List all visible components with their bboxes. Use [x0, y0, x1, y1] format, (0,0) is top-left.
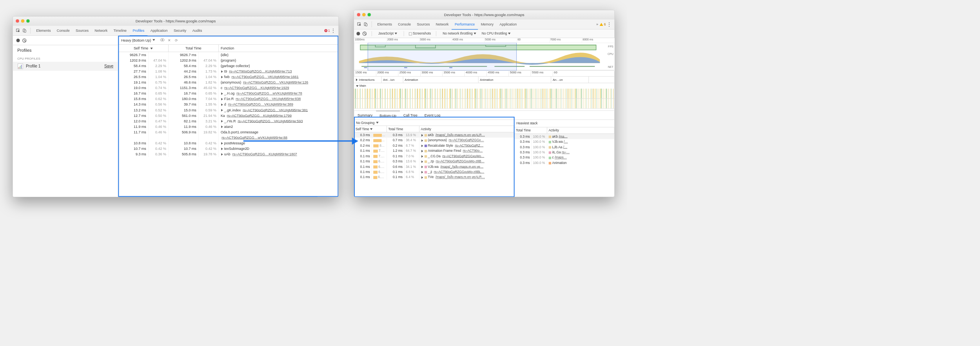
- expand-icon[interactable]: [221, 120, 223, 122]
- table-row[interactable]: 12.0 ms0.47 %82.1 ms3.21 %_.rYe.R rs=ACT…: [118, 118, 338, 124]
- source-link[interactable]: rs=ACT90oGqRZGG…VKUIgM95Hw:389: [228, 102, 293, 106]
- table-row[interactable]: 0.3 ms 13.9 %0.3 ms13.9 %aKb /maps/_/js/…: [354, 132, 514, 138]
- source-link[interactable]: rs=ACT90oGqRZGG…KUIgM95Hw:1799: [227, 113, 292, 117]
- error-badge[interactable]: ✕1: [324, 29, 330, 33]
- table-row[interactable]: 15.8 ms0.62 %180.0 ms7.04 %F1e.R rs=ACT9…: [118, 96, 338, 102]
- titlebar[interactable]: Developer Tools - https://www.google.com…: [13, 16, 339, 25]
- clear-icon[interactable]: [22, 38, 26, 42]
- source-link[interactable]: rs=ACT90oGqRZGG…VKUIgM95Hw:838: [236, 97, 301, 101]
- grouping-dropdown[interactable]: No Grouping: [354, 120, 514, 126]
- expand-icon[interactable]: [421, 134, 423, 136]
- expand-icon[interactable]: [421, 171, 423, 173]
- tab-profiles[interactable]: Profiles: [130, 26, 147, 36]
- screenshots-checkbox[interactable]: Screenshots: [409, 32, 431, 36]
- source-link[interactable]: /…: [564, 140, 568, 144]
- source-link[interactable]: /maps/_/js/k=maps.m.en.yeALR…: [436, 133, 485, 137]
- source-link[interactable]: rs=ACT90oGqRZGG…KUIgM95Hw:1929: [224, 86, 289, 90]
- table-row[interactable]: 14.3 ms0.56 %39.7 ms1.55 %d rs=ACT90oGqR…: [118, 102, 338, 107]
- source-link[interactable]: /maps/_/js/k=maps.m.en.yeALR…: [436, 175, 485, 179]
- expand-icon[interactable]: [221, 148, 223, 150]
- main-thread-flames[interactable]: [354, 99, 614, 109]
- detail-tab-summary[interactable]: Summary: [354, 111, 376, 120]
- more-tabs-icon[interactable]: »: [596, 22, 598, 26]
- tab-elements[interactable]: Elements: [374, 20, 395, 29]
- table-row[interactable]: 11.7 ms0.46 %506.9 ms19.82 %Oda.b.port1.…: [118, 129, 338, 135]
- track-animation[interactable]: An…on: [551, 76, 589, 83]
- track-main[interactable]: Main: [359, 84, 366, 87]
- expand-icon[interactable]: [221, 76, 223, 78]
- focus-icon[interactable]: [160, 38, 165, 42]
- track-interactions[interactable]: Interactions: [359, 78, 375, 82]
- table-row[interactable]: 26.5 ms1.04 %26.5 ms1.04 %fwb rs=ACT90oG…: [118, 74, 338, 80]
- source-link[interactable]: rs=ACT90o…: [463, 149, 483, 153]
- col-activity[interactable]: Activity: [419, 126, 514, 132]
- traffic-lights[interactable]: [16, 19, 29, 22]
- tab-network[interactable]: Network: [433, 20, 452, 29]
- kebab-icon[interactable]: ⋮: [606, 21, 613, 27]
- expand-icon[interactable]: [421, 144, 423, 147]
- timeline-overview[interactable]: 1000ms2000 ms3000 ms4000 ms5000 ms607000…: [354, 38, 614, 71]
- source-link[interactable]: /ma…: [559, 135, 568, 138]
- tab-network[interactable]: Network: [92, 26, 111, 35]
- table-row[interactable]: 0.2 ms 13.2 %0.7 ms38.4 %(anonymous) rs=…: [354, 138, 514, 143]
- expand-icon[interactable]: [221, 142, 223, 144]
- table-row[interactable]: 16.7 ms0.65 %16.7 ms0.65 %_.H.og rs=ACT9…: [118, 91, 338, 96]
- expand-icon[interactable]: [421, 176, 423, 178]
- tab-application[interactable]: Application: [147, 26, 171, 35]
- tab-memory[interactable]: Memory: [478, 20, 497, 29]
- source-link[interactable]: rs=ACT90oGqRZGGxuWo-z8B…: [436, 159, 485, 163]
- table-row[interactable]: rs=ACT90oGqRZGG…wVKUIgM95Hw:88: [118, 135, 338, 140]
- source-link[interactable]: /…: [563, 145, 568, 149]
- expand-icon[interactable]: [421, 139, 423, 142]
- source-link[interactable]: /maps/_/js/k=maps.m.en.ye…: [440, 165, 483, 169]
- source-link[interactable]: rs=ACT90oGqRZGG…KUIgM95Hw:713: [229, 69, 292, 73]
- traffic-lights[interactable]: [357, 13, 371, 16]
- tab-application[interactable]: Application: [497, 20, 520, 29]
- tab-console[interactable]: Console: [54, 26, 73, 35]
- col-function[interactable]: Function: [218, 45, 338, 52]
- col-activity[interactable]: Activity: [547, 127, 614, 133]
- tab-performance[interactable]: Performance: [452, 20, 478, 30]
- titlebar[interactable]: Developer Tools - https://www.google.com…: [354, 10, 614, 19]
- source-link[interactable]: rs=ACT90oGqRZ…: [455, 144, 483, 148]
- table-row[interactable]: 9626.7 ms9626.7 ms(idle): [118, 52, 338, 57]
- col-total-time[interactable]: Total Time: [514, 127, 547, 133]
- expand-icon[interactable]: [221, 153, 223, 156]
- table-row[interactable]: 19.1 ms0.75 %46.6 ms1.82 %(anonymous) rs…: [118, 80, 338, 85]
- inspect-icon[interactable]: [15, 27, 22, 34]
- expand-icon[interactable]: [421, 166, 423, 168]
- table-row[interactable]: 19.0 ms0.74 %1151.3 ms45.02 %c rs=ACT90o…: [118, 85, 338, 91]
- source-link[interactable]: rs=ACT90oGqRZGGxuWo-z8BL…: [434, 170, 485, 174]
- table-row[interactable]: 0.3 ms100.0 %c /maps…: [514, 155, 614, 160]
- track-animation[interactable]: Animation: [478, 76, 551, 83]
- table-row[interactable]: 0.3 ms100.0 %Animation: [514, 160, 614, 165]
- track-animation[interactable]: Ani…ion: [381, 76, 403, 83]
- view-dropdown[interactable]: Heavy (Bottom Up): [121, 38, 155, 42]
- col-total-time[interactable]: Total Time: [387, 126, 419, 132]
- minimize-icon[interactable]: [21, 19, 24, 22]
- expand-icon[interactable]: [221, 104, 223, 106]
- table-row[interactable]: 0.1 ms 6.8 %0.3 ms13.6 %_.zp rs=ACT90oGq…: [354, 158, 514, 164]
- profile-item[interactable]: Profile 1 Save: [13, 62, 118, 71]
- capture-dropdown[interactable]: JavaScript: [377, 32, 398, 36]
- col-total-time[interactable]: Total Time: [168, 45, 218, 52]
- table-row[interactable]: 0.1 ms 6.4 %0.1 ms6.4 %TVe /maps/_/js/k=…: [354, 175, 514, 180]
- expand-icon[interactable]: [221, 93, 223, 95]
- table-row[interactable]: 10.7 ms0.42 %10.7 ms0.42 %texSubImage2D: [118, 146, 338, 151]
- table-row[interactable]: 58.4 ms2.29 %58.4 ms2.29 %(garbage colle…: [118, 63, 338, 69]
- table-row[interactable]: 0.3 ms100.0 %LJb.Aa /…: [514, 144, 614, 149]
- table-row[interactable]: 13.2 ms0.52 %15.0 ms0.59 %_.gK.index rs=…: [118, 107, 338, 113]
- tab-sources[interactable]: Sources: [414, 20, 433, 29]
- detail-tab-call-tree[interactable]: Call Tree: [400, 111, 421, 120]
- table-row[interactable]: 0.1 ms 7.3 %1.2 ms64.7 %Animation Frame …: [354, 148, 514, 153]
- flame-chart[interactable]: 1500 ms2000 ms2500 ms3000 ms3500 ms4000 …: [354, 71, 614, 111]
- expand-icon[interactable]: [221, 109, 223, 111]
- device-icon[interactable]: [363, 21, 369, 27]
- zoom-icon[interactable]: [368, 13, 371, 16]
- record-icon[interactable]: [356, 32, 360, 35]
- expand-icon[interactable]: [221, 126, 223, 128]
- table-row[interactable]: 11.9 ms0.46 %11.9 ms0.46 %atan2: [118, 124, 338, 129]
- table-row[interactable]: 1202.9 ms47.04 %1202.9 ms47.04 %(program…: [118, 58, 338, 63]
- cpu-throttle-dropdown[interactable]: No CPU throttling: [480, 32, 512, 36]
- warning-badge[interactable]: 6: [600, 22, 606, 26]
